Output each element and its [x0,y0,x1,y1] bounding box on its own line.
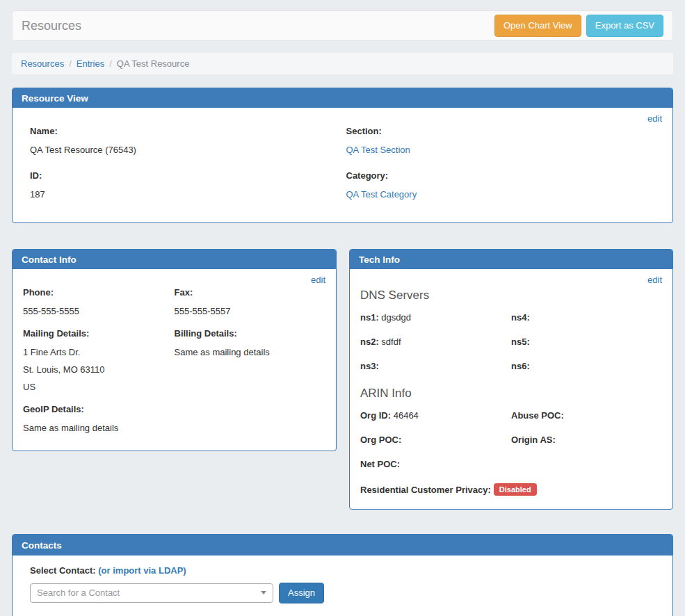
origin-as-field: Origin AS: [511,435,662,445]
fax-label: Fax: [175,287,326,298]
tech-info-body: edit DNS Servers ns1: dgsdgd ns2: sdfdf … [350,269,672,510]
ns5-field: ns5: [511,337,662,347]
resource-view-panel: Resource View edit Name: QA Test Resourc… [12,88,673,223]
phone-value: 555-555-5555 [23,306,175,316]
import-via-ldap-link[interactable]: (or import via LDAP) [98,565,186,576]
net-poc-field: Net POC: [360,459,511,469]
phone-label: Phone: [23,287,175,298]
category-link[interactable]: QA Test Category [346,189,417,200]
contact-info-panel: Contact Info edit Phone: 555-555-5555 Ma… [12,249,337,451]
resource-view-heading: Resource View [13,88,672,108]
id-value: 187 [30,189,346,200]
ns4-field: ns4: [511,312,662,323]
category-label: Category: [346,170,663,181]
breadcrumb-resources[interactable]: Resources [21,58,64,69]
breadcrumb-separator: / [69,58,72,69]
mailing-address-line: St. Louis, MO 63110 [23,364,175,375]
breadcrumb-entries[interactable]: Entries [76,58,104,69]
dns-servers-heading: DNS Servers [360,289,662,302]
panel-row: Contact Info edit Phone: 555-555-5555 Ma… [12,249,673,510]
toolbar: Resources Open Chart View Export as CSV [12,10,673,41]
select-contact-row: Search for a Contact Assign [30,583,662,603]
ns1-field: ns1: dgsdgd [360,312,511,323]
breadcrumb: Resources/Entries/QA Test Resource [12,53,673,74]
page-title: Resources [22,19,81,33]
tech-info-edit-link[interactable]: edit [647,275,662,285]
resource-view-body: edit Name: QA Test Resource (76543) ID: … [13,108,672,215]
select-contact-label-row: Select Contact: (or import via LDAP) [30,565,662,576]
residential-customer-privacy-field: Residential Customer Privacy:Disabled [360,483,662,496]
export-as-csv-button[interactable]: Export as CSV [586,15,663,37]
org-id-field: Org ID: 46464 [360,410,511,421]
mailing-address-line: US [23,382,175,392]
chevron-down-icon [261,591,266,594]
breadcrumb-separator: / [109,58,112,69]
resource-view-edit-link[interactable]: edit [647,113,662,124]
assign-button[interactable]: Assign [279,583,324,603]
tech-info-panel: Tech Info edit DNS Servers ns1: dgsdgd n… [349,249,673,510]
mailing-address-line: 1 Fine Arts Dr. [23,347,175,357]
ns3-field: ns3: [360,361,511,371]
org-poc-field: Org POC: [360,435,511,445]
billing-details-label: Billing Details: [175,328,326,339]
select-contact-label: Select Contact: [30,565,96,576]
ns2-field: ns2: sdfdf [360,337,511,347]
geoip-details-label: GeoIP Details: [23,404,175,414]
billing-details-value: Same as mailing details [175,347,326,357]
privacy-status-badge: Disabled [494,483,537,496]
contact-select-placeholder: Search for a Contact [37,587,120,598]
section-label: Section: [346,126,663,136]
contacts-heading: Contacts [13,535,672,556]
open-chart-view-button[interactable]: Open Chart View [494,15,581,37]
toolbar-buttons: Open Chart View Export as CSV [494,15,663,37]
abuse-poc-field: Abuse POC: [511,410,662,421]
mailing-details-label: Mailing Details: [23,328,175,339]
tech-info-heading: Tech Info [350,250,672,269]
section-link[interactable]: QA Test Section [346,145,410,155]
arin-info-heading: ARIN Info [360,387,662,400]
geoip-details-value: Same as mailing details [23,423,175,433]
contact-info-heading: Contact Info [13,250,336,269]
page: Resources Open Chart View Export as CSV … [0,0,685,616]
contact-select-dropdown[interactable]: Search for a Contact [30,583,273,603]
fax-value: 555-555-5557 [175,306,326,316]
contacts-panel: Contacts Select Contact: (or import via … [12,534,673,616]
name-label: Name: [30,126,346,136]
breadcrumb-current: QA Test Resource [117,58,190,69]
name-value: QA Test Resource (76543) [30,145,346,155]
contact-info-edit-link[interactable]: edit [311,275,325,285]
ns6-field: ns6: [511,361,662,371]
id-label: ID: [30,170,346,181]
contact-info-body: edit Phone: 555-555-5555 Mailing Details… [13,269,336,451]
contacts-body: Select Contact: (or import via LDAP) Sea… [13,556,672,616]
